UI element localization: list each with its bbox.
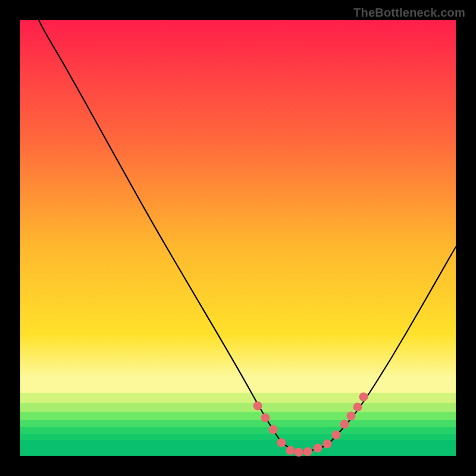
- highlight-dot: [353, 403, 362, 412]
- chart-frame: TheBottleneck.com: [0, 0, 476, 476]
- highlight-dot: [261, 413, 270, 422]
- highlight-dot: [295, 448, 303, 457]
- highlight-dot: [347, 411, 356, 420]
- highlight-dot: [313, 443, 322, 452]
- highlight-dot: [303, 447, 312, 456]
- highlight-dot: [323, 439, 332, 448]
- plot-area: [20, 20, 456, 456]
- highlight-dot: [340, 420, 349, 429]
- highlight-dot: [268, 425, 277, 434]
- bottleneck-curve: [20, 20, 456, 452]
- highlight-dot: [253, 401, 262, 410]
- highlight-dot: [359, 393, 368, 402]
- highlight-dot: [331, 430, 340, 439]
- highlight-dot: [277, 439, 286, 447]
- attribution-text: TheBottleneck.com: [353, 6, 465, 20]
- curve-layer: [20, 20, 456, 456]
- highlight-dot: [286, 446, 295, 455]
